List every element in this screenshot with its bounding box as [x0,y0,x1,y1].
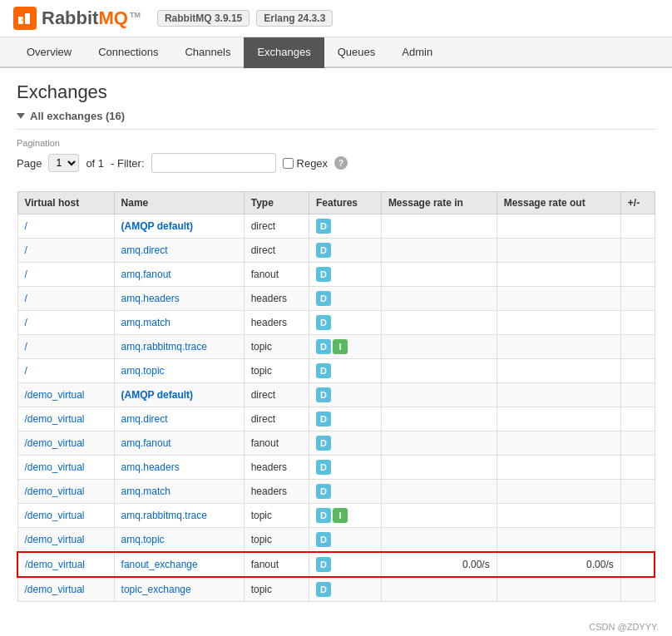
table-row[interactable]: /amq.matchheadersD [17,311,655,335]
vhost-link[interactable]: / [25,365,27,377]
table-row[interactable]: /amq.rabbitmq.tracetopicDI [17,335,655,359]
exchange-name-link[interactable]: amq.headers [121,461,180,473]
exchange-type: headers [244,456,309,480]
table-row[interactable]: /amq.headersheadersD [17,287,655,311]
exchange-type: topic [244,504,309,528]
table-row[interactable]: /amq.topictopicD [17,359,655,383]
col-header-virtual-host: Virtual host [17,192,114,214]
plus-minus [620,383,655,407]
exchange-type: direct [244,407,309,431]
svg-rect-1 [25,13,30,24]
table-row[interactable]: /demo_virtualamq.rabbitmq.tracetopicDI [17,504,655,528]
table-row[interactable]: /demo_virtualamq.topictopicD [17,528,655,553]
table-row[interactable]: /(AMQP default)directD [17,214,655,239]
table-row[interactable]: /amq.directdirectD [17,239,655,263]
exchange-name-link[interactable]: amq.rabbitmq.trace [121,341,207,353]
table-row[interactable]: /amq.fanoutfanoutD [17,263,655,287]
table-row[interactable]: /demo_virtualtopic_exchangetopicD [17,577,655,602]
table-row[interactable]: /demo_virtualamq.directdirectD [17,407,655,431]
vhost-link[interactable]: /demo_virtual [25,510,85,521]
exchange-name-link[interactable]: amq.topic [121,365,165,377]
exchange-name-link[interactable]: amq.direct [121,244,168,256]
message-rate-in [381,577,497,602]
regex-checkbox[interactable] [283,158,294,169]
plus-minus [620,577,655,602]
nav-item-connections[interactable]: Connections [85,37,171,68]
plus-minus [620,214,655,239]
nav-item-queues[interactable]: Queues [324,37,389,68]
page-select[interactable]: 1 [48,154,79,172]
exchange-name-link[interactable]: amq.match [121,486,170,497]
pagination-label: Pagination [17,138,655,148]
exchange-name-link[interactable]: amq.fanout [121,437,171,449]
plus-minus [620,431,655,456]
plus-minus [620,287,655,311]
message-rate-in [381,311,497,335]
exchange-name-link[interactable]: topic_exchange [121,584,191,595]
feature-badge-d: D [316,291,331,306]
table-row[interactable]: /demo_virtualamq.fanoutfanoutD [17,431,655,456]
message-rate-out [497,480,620,504]
feature-badge-d: D [316,436,331,451]
nav-item-exchanges[interactable]: Exchanges [244,37,324,68]
message-rate-out [497,287,620,311]
exchange-features: D [309,263,381,287]
vhost-link[interactable]: /demo_virtual [25,584,85,595]
exchange-name-link[interactable]: amq.headers [121,293,180,304]
feature-badge-d: D [316,243,331,258]
nav-item-admin[interactable]: Admin [388,37,446,68]
vhost-link[interactable]: / [25,293,27,304]
feature-badge-d: D [316,267,331,282]
feature-badge-d: D [316,219,331,234]
vhost-link[interactable]: /demo_virtual [25,534,85,545]
vhost-link[interactable]: /demo_virtual [25,413,85,425]
message-rate-out [497,239,620,263]
vhost-link[interactable]: /demo_virtual [25,437,85,449]
exchange-features: DI [309,504,381,528]
message-rate-out [497,214,620,239]
logo: RabbitMQTM [13,7,141,30]
table-row[interactable]: /demo_virtual(AMQP default)directD [17,383,655,407]
vhost-link[interactable]: / [25,341,27,353]
vhost-link[interactable]: / [25,244,27,256]
vhost-link[interactable]: /demo_virtual [25,389,85,401]
exchange-name-link[interactable]: amq.direct [121,413,168,425]
table-row[interactable]: /demo_virtualamq.matchheadersD [17,480,655,504]
message-rate-out [497,359,620,383]
message-rate-in [381,335,497,359]
message-rate-out [497,383,620,407]
exchange-name-link[interactable]: amq.rabbitmq.trace [121,510,207,521]
exchange-name-link[interactable]: (AMQP default) [121,389,193,401]
filter-input[interactable] [151,153,276,173]
nav-item-overview[interactable]: Overview [13,37,85,68]
exchange-type: direct [244,214,309,239]
feature-badge-i: I [333,339,348,354]
exchange-name-link[interactable]: fanout_exchange [121,559,198,570]
table-row[interactable]: /demo_virtualfanout_exchangefanoutD0.00/… [17,552,655,577]
exchange-name-link[interactable]: amq.fanout [121,269,171,280]
message-rate-out [497,456,620,480]
section-header: All exchanges (16) [17,110,655,122]
exchange-type: topic [244,335,309,359]
vhost-link[interactable]: / [25,220,27,232]
vhost-link[interactable]: /demo_virtual [25,486,85,497]
exchange-type: headers [244,287,309,311]
vhost-link[interactable]: /demo_virtual [25,461,85,473]
exchange-features: D [309,431,381,456]
vhost-link[interactable]: / [25,317,27,328]
message-rate-in: 0.00/s [381,552,497,577]
vhost-link[interactable]: / [25,269,27,280]
page-label: Page [17,157,42,170]
vhost-link[interactable]: /demo_virtual [25,559,85,570]
collapse-icon[interactable] [17,113,25,119]
exchange-name-link[interactable]: (AMQP default) [121,220,193,232]
rabbitmq-version-badge: RabbitMQ 3.9.15 [157,10,250,27]
nav-item-channels[interactable]: Channels [171,37,244,68]
table-row[interactable]: /demo_virtualamq.headersheadersD [17,456,655,480]
exchange-name-link[interactable]: amq.match [121,317,170,328]
exchange-type: fanout [244,552,309,577]
exchanges-table: Virtual hostNameTypeFeaturesMessage rate… [17,191,655,602]
exchange-name-link[interactable]: amq.topic [121,534,165,545]
help-button[interactable]: ? [334,156,348,170]
erlang-version-badge: Erlang 24.3.3 [256,10,333,27]
